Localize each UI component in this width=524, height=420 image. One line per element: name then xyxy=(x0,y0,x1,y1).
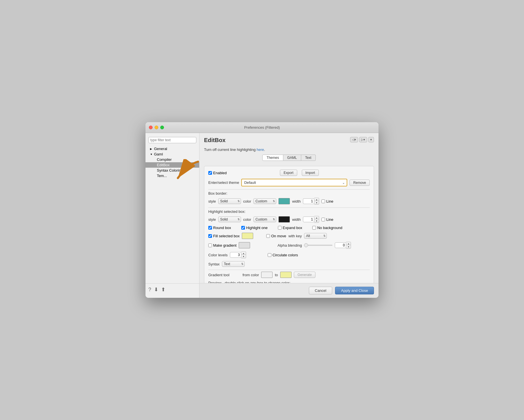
highlight-link[interactable]: here xyxy=(257,147,264,152)
sidebar-footer: ? ⬇ ⬆ xyxy=(145,283,199,296)
on-move-checkbox[interactable] xyxy=(266,234,270,238)
help-icon[interactable]: ? xyxy=(148,287,151,293)
close-button[interactable] xyxy=(149,126,153,129)
width-input-2[interactable] xyxy=(303,217,314,222)
stepper-down-1[interactable]: ▼ xyxy=(314,201,319,204)
line-checkbox-2[interactable] xyxy=(321,218,325,221)
circulate-colors-label[interactable]: Circulate colors xyxy=(268,253,298,257)
enabled-checkbox-label[interactable]: Enabled xyxy=(208,171,227,175)
stepper-up-1[interactable]: ▲ xyxy=(314,198,319,201)
color-select-2[interactable]: CustomDefaultNone xyxy=(253,217,276,222)
stepper-down-2[interactable]: ▼ xyxy=(314,219,319,223)
alpha-input-wrap: ▲ ▼ xyxy=(335,242,351,249)
nav-forward-button[interactable]: ▷▾ xyxy=(359,137,367,142)
import-button[interactable]: Import xyxy=(302,170,319,176)
generate-button[interactable]: Generate xyxy=(294,272,315,278)
alpha-stepper: ▲ ▼ xyxy=(346,242,351,249)
stepper-up-2[interactable]: ▲ xyxy=(314,216,319,219)
alpha-stepper-down[interactable]: ▼ xyxy=(346,245,351,248)
no-background-checkbox[interactable] xyxy=(312,226,316,230)
no-background-text: No background xyxy=(317,226,342,230)
sidebar-item-general[interactable]: ▶ General xyxy=(145,146,199,151)
nav-back-button[interactable]: ◁▾ xyxy=(350,137,358,142)
nav-menu-button[interactable]: ▾ xyxy=(368,137,374,142)
filter-input[interactable] xyxy=(148,137,196,143)
enabled-checkbox[interactable] xyxy=(208,171,212,175)
tab-gaml[interactable]: GAML xyxy=(283,155,301,161)
sidebar-label-general: General xyxy=(154,147,167,151)
filter-input-wrap xyxy=(145,135,199,145)
fill-selected-box-checkbox[interactable] xyxy=(208,234,212,238)
minimize-button[interactable] xyxy=(155,126,158,129)
round-box-checkbox[interactable] xyxy=(208,226,212,230)
gradient-color-swatch[interactable] xyxy=(239,242,250,248)
cancel-button[interactable]: Cancel xyxy=(309,287,332,294)
export-icon[interactable]: ⬆ xyxy=(161,286,165,293)
make-gradient-label[interactable]: Make gradient xyxy=(208,243,236,248)
sidebar-item-syntax-coloring[interactable]: Syntax Coloring xyxy=(145,168,199,173)
color-levels-input[interactable] xyxy=(230,252,241,258)
style-select-2[interactable]: SolidDashedDotted xyxy=(218,217,241,222)
sidebar-item-gaml[interactable]: ▼ Gaml xyxy=(145,151,199,157)
width-label-2: width xyxy=(292,217,301,222)
color-levels-stepper-up[interactable]: ▲ xyxy=(241,252,246,255)
apply-close-button[interactable]: Apply and Close xyxy=(335,287,374,294)
on-move-label[interactable]: On move xyxy=(266,234,286,238)
style-label-2: style xyxy=(208,217,216,222)
color-select-wrap-2: CustomDefaultNone xyxy=(253,217,276,222)
expand-box-checkbox[interactable] xyxy=(278,226,282,230)
line-checkbox-label-1[interactable]: Line xyxy=(321,199,333,203)
tabs-bar: Themes GAML Text xyxy=(199,155,379,163)
alpha-slider[interactable] xyxy=(304,245,332,246)
color-levels-input-wrap: ▲ ▼ xyxy=(230,251,246,258)
gradient-tool-label: Gradient tool xyxy=(208,273,229,277)
color-levels-stepper-down[interactable]: ▼ xyxy=(241,255,246,258)
border-color-swatch-2[interactable] xyxy=(278,216,290,223)
sidebar-label-tem: Tem... xyxy=(157,174,167,178)
alpha-input[interactable] xyxy=(335,242,346,248)
no-background-label[interactable]: No background xyxy=(312,226,342,230)
maximize-button[interactable] xyxy=(160,126,164,129)
sidebar-label-compiler: Compiler xyxy=(157,157,172,162)
circulate-colors-checkbox[interactable] xyxy=(268,253,271,257)
remove-button[interactable]: Remove xyxy=(350,180,370,186)
syntax-select[interactable]: TextJavaXML xyxy=(222,261,245,267)
theme-select[interactable]: Default xyxy=(241,179,347,186)
with-key-select[interactable]: AltCtrlShift xyxy=(304,233,327,239)
style-select-1[interactable]: SolidDashedDotted xyxy=(218,198,241,204)
alpha-blending-label: Alpha blending xyxy=(277,243,302,248)
line-checkbox-label-2[interactable]: Line xyxy=(321,217,333,222)
sidebar-label-editbox: EditBox xyxy=(157,163,170,167)
on-move-text: On move xyxy=(271,234,286,238)
border-color-swatch-1[interactable] xyxy=(278,198,290,204)
line-checkbox-1[interactable] xyxy=(321,199,325,203)
alpha-stepper-up[interactable]: ▲ xyxy=(346,242,351,245)
round-box-label[interactable]: Round box xyxy=(208,226,231,230)
fill-selected-box-label[interactable]: Fill selected box xyxy=(208,234,240,238)
tab-themes[interactable]: Themes xyxy=(262,155,283,161)
from-color-swatch[interactable] xyxy=(261,272,273,278)
tab-text[interactable]: Text xyxy=(301,155,316,161)
color-label-2: color xyxy=(243,217,251,222)
to-color-swatch[interactable] xyxy=(280,272,292,278)
options-row-1: Round box Highlight one Expand box xyxy=(208,226,370,230)
sidebar-label-gaml: Gaml xyxy=(154,152,163,156)
box-border-title: Box border: xyxy=(208,191,370,196)
make-gradient-checkbox[interactable] xyxy=(208,244,212,247)
sidebar-item-tem[interactable]: Tem... xyxy=(145,173,199,178)
syntax-select-wrap: TextJavaXML xyxy=(222,261,245,267)
sidebar-item-editbox[interactable]: EditBox xyxy=(145,162,199,168)
round-box-text: Round box xyxy=(213,226,231,230)
highlight-one-label[interactable]: Highlight one xyxy=(241,226,268,230)
export-button[interactable]: Export xyxy=(280,170,297,176)
fill-color-swatch[interactable] xyxy=(242,233,253,239)
arrow-icon: ▼ xyxy=(150,153,153,156)
width-input-1[interactable] xyxy=(303,198,314,204)
with-key-select-wrap: AltCtrlShift xyxy=(304,233,327,239)
highlight-one-checkbox[interactable] xyxy=(241,226,245,230)
expand-box-label[interactable]: Expand box xyxy=(278,226,302,230)
sidebar-item-compiler[interactable]: Compiler xyxy=(145,157,199,162)
expand-box-text: Expand box xyxy=(283,226,302,230)
import-icon[interactable]: ⬇ xyxy=(154,286,158,293)
color-select-1[interactable]: CustomDefaultNone xyxy=(253,198,276,204)
